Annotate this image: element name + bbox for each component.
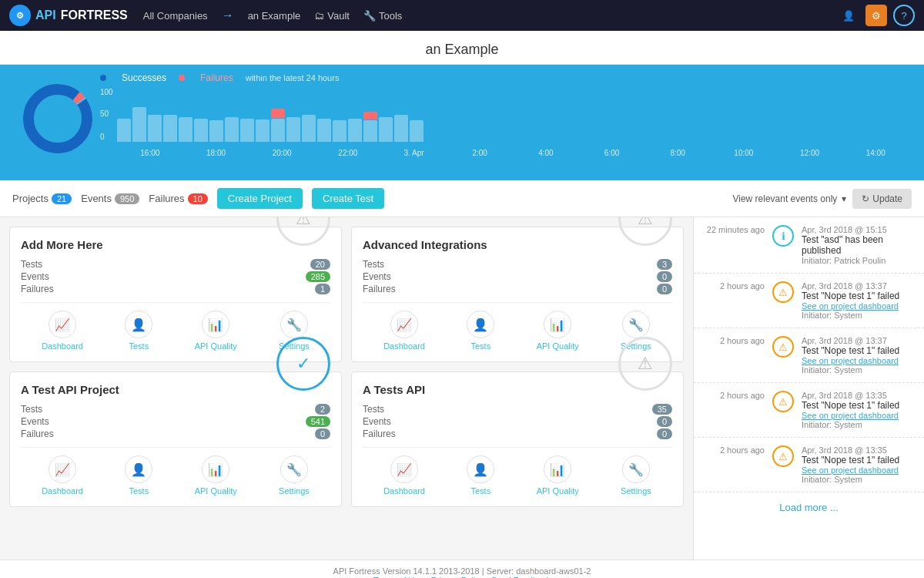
quality-icon-3: 📊 <box>544 455 571 483</box>
card-icon-area-1: ⚠ <box>618 217 672 246</box>
bar-11 <box>271 119 285 142</box>
bar-fail-1 <box>271 109 285 118</box>
logo-api: API <box>35 8 56 22</box>
nav-all-companies[interactable]: All Companies <box>143 10 208 22</box>
event-body-4: Apr, 3rd 2018 @ 13:35 Test "Nope test 1"… <box>802 445 915 484</box>
event-time-4: 2 hours ago <box>703 445 765 484</box>
card-action-settings-2[interactable]: 🔧 Settings <box>279 455 310 496</box>
card-icon-area-2: ✓ <box>276 337 330 391</box>
bar-16 <box>348 119 362 142</box>
logo-icon: ⚙ <box>9 5 31 26</box>
tools-icon: 🔧 <box>363 10 376 22</box>
chevron-down-icon: ▾ <box>842 193 846 204</box>
legend-note: within the latest 24 hours <box>246 73 340 82</box>
bar-2 <box>132 107 146 142</box>
event-title-3: Test "Nope test 1" failed <box>802 400 915 411</box>
event-initiator-0: Initiator: Patrick Poulin <box>802 256 915 265</box>
tests-icon-0: 👤 <box>125 311 152 338</box>
card-stat-tests-2: Tests 2 <box>21 404 330 415</box>
card-action-tests-3[interactable]: 👤 Tests <box>467 455 494 496</box>
card-action-dashboard-2[interactable]: 📈 Dashboard <box>42 455 83 496</box>
event-date-3: Apr, 3rd 2018 @ 13:35 <box>802 391 915 400</box>
quality-icon-0: 📊 <box>202 311 229 338</box>
card-action-dashboard-3[interactable]: 📈 Dashboard <box>383 455 425 496</box>
nav-vault[interactable]: 🗂 Vault <box>314 10 350 22</box>
bar-18 <box>379 117 393 142</box>
card-icon-alert-1: ⚠ <box>618 217 672 246</box>
event-date-2: Apr, 3rd 2018 @ 13:37 <box>802 336 915 345</box>
event-date-1: Apr, 3rd 2018 @ 13:37 <box>802 281 915 291</box>
card-action-quality-0[interactable]: 📊 API Quality <box>195 311 237 351</box>
event-link-3[interactable]: See on project dashboard <box>802 411 915 420</box>
create-test-btn[interactable]: Create Test <box>312 188 384 209</box>
nav-tools[interactable]: 🔧 Tools <box>363 10 402 22</box>
card-action-dashboard-1[interactable]: 📈 Dashboard <box>383 311 425 351</box>
card-action-label-tests-0: Tests <box>129 341 149 351</box>
footer: API Fortress Version 14.1.1 2013-2018 | … <box>0 560 924 578</box>
bar-1 <box>117 119 131 142</box>
topnav-right: 👤 ⚙ ? <box>838 5 915 26</box>
event-icon-4: ⚠ <box>772 445 794 467</box>
projects-badge: 21 <box>52 193 72 204</box>
chart-area: Successes Failures within the latest 24 … <box>0 65 924 180</box>
card-action-quality-1[interactable]: 📊 API Quality <box>537 311 579 351</box>
card-action-label-dashboard-0: Dashboard <box>42 341 83 351</box>
card-stat-failures-0: Failures 1 <box>21 284 330 294</box>
card-action-quality-2[interactable]: 📊 API Quality <box>195 455 237 496</box>
nav-current-company[interactable]: an Example <box>248 10 301 22</box>
projects-label: Projects <box>12 193 49 204</box>
create-project-btn[interactable]: Create Project <box>217 188 303 209</box>
projects-stat: Projects 21 <box>12 193 72 204</box>
bar-17 <box>363 120 377 142</box>
page-title: an Example <box>425 42 498 57</box>
event-body-2: Apr, 3rd 2018 @ 13:37 Test "Nope test 1"… <box>802 336 915 375</box>
card-stat-tests-3: Tests 35 <box>363 404 672 415</box>
event-icon-circle-warn-4: ⚠ <box>772 445 794 467</box>
event-title-2: Test "Nope test 1" failed <box>802 345 915 356</box>
failures-stat: Failures 10 <box>149 193 208 204</box>
card-action-tests-0[interactable]: 👤 Tests <box>125 311 152 351</box>
settings-icon-3: 🔧 <box>622 455 650 483</box>
event-link-2[interactable]: See on project dashboard <box>802 356 915 365</box>
event-body-0: Apr, 3rd 2018 @ 15:15 Test "asd" has bee… <box>802 225 915 265</box>
card-action-settings-3[interactable]: 🔧 Settings <box>621 455 651 496</box>
event-link-1[interactable]: See on project dashboard <box>802 301 915 311</box>
bar-label-9: 8:00 <box>644 149 711 157</box>
bar-20 <box>410 120 424 142</box>
topnav-links: All Companies → an Example 🗂 Vault 🔧 Too… <box>143 8 838 22</box>
card-stat-events-3: Events 0 <box>363 416 672 427</box>
event-icon-2: ⚠ <box>772 336 794 358</box>
card-action-tests-2[interactable]: 👤 Tests <box>125 455 152 496</box>
card-action-quality-3[interactable]: 📊 API Quality <box>537 455 579 496</box>
help-icon-btn[interactable]: ? <box>893 5 915 26</box>
logo-fortress: FORTRESS <box>61 8 128 22</box>
main-content: ⚠ Add More Here Tests 20 Events 285 Fail… <box>0 217 924 560</box>
bar-label-5: 3. Apr <box>381 149 447 157</box>
card-action-dashboard-0[interactable]: 📈 Dashboard <box>42 311 83 351</box>
tests-icon-1: 👤 <box>467 311 494 338</box>
event-initiator-4: Initiator: System <box>802 475 915 484</box>
settings-icon-btn[interactable]: ⚙ <box>865 5 887 26</box>
user-icon-btn[interactable]: 👤 <box>838 5 859 26</box>
failures-label: Failures <box>149 193 184 204</box>
card-stats-3: Tests 35 Events 0 Failures 0 <box>363 404 672 439</box>
event-link-4[interactable]: See on project dashboard <box>802 465 915 475</box>
nav-arrow: → <box>222 8 234 22</box>
event-icon-circle-warn-3: ⚠ <box>772 391 794 412</box>
card-actions-2: 📈 Dashboard 👤 Tests 📊 API Quality 🔧 Sett… <box>21 447 330 496</box>
events-label: Events <box>81 193 112 204</box>
event-title-4: Test "Nope test 1" failed <box>802 455 915 465</box>
legend-dot-failure <box>179 75 185 81</box>
settings-icon-0: 🔧 <box>280 311 308 338</box>
project-card-a-test-api-project: ✓ A Test API Project Tests 2 Events 541 … <box>9 371 342 507</box>
projects-grid: ⚠ Add More Here Tests 20 Events 285 Fail… <box>0 217 693 560</box>
view-select[interactable]: View relevant events only ▾ <box>732 193 846 204</box>
tests-icon-2: 👤 <box>125 455 152 483</box>
bar-label-7: 4:00 <box>513 149 579 157</box>
quality-icon-2: 📊 <box>202 455 229 483</box>
bar-7 <box>209 120 223 142</box>
update-btn[interactable]: ↻ Update <box>852 189 912 209</box>
bar-3 <box>148 115 162 142</box>
card-action-tests-1[interactable]: 👤 Tests <box>467 311 494 351</box>
load-more-btn[interactable]: Load more ... <box>694 492 924 523</box>
